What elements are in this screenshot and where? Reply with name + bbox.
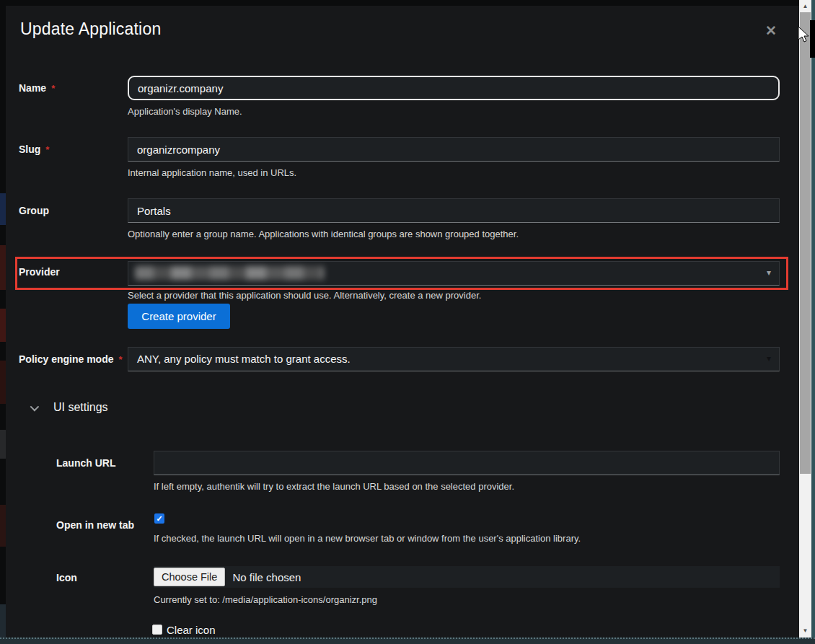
group-label: Group bbox=[19, 205, 49, 216]
slug-label: Slug* bbox=[19, 144, 49, 155]
provider-value-redacted bbox=[135, 266, 324, 280]
backdrop-fragment bbox=[0, 309, 6, 342]
group-input[interactable] bbox=[128, 198, 780, 223]
backdrop-fragment bbox=[0, 361, 6, 404]
required-asterisk: * bbox=[45, 144, 49, 155]
policy-engine-mode-select[interactable]: ANY, any policy must match to grant acce… bbox=[128, 347, 780, 371]
open-in-new-tab-label: Open in new tab bbox=[56, 519, 134, 531]
choose-file-button[interactable]: Choose File bbox=[154, 568, 225, 586]
group-help: Optionally enter a group name. Applicati… bbox=[128, 229, 519, 239]
slug-help: Internal application name, used in URLs. bbox=[128, 167, 296, 178]
chevron-down-icon bbox=[30, 402, 40, 411]
vertical-scrollbar[interactable]: ▲ ▼ bbox=[799, 0, 811, 644]
backdrop-fragment bbox=[0, 604, 6, 638]
bottom-page-band bbox=[0, 638, 815, 644]
name-input[interactable] bbox=[128, 76, 780, 100]
policy-engine-mode-label: Policy engine mode* bbox=[19, 353, 123, 365]
ui-settings-label: UI settings bbox=[53, 401, 108, 414]
icon-help: Currently set to: /media/application-ico… bbox=[154, 594, 377, 605]
name-label: Name* bbox=[19, 82, 55, 94]
backdrop-fragment bbox=[0, 245, 6, 290]
scroll-up-icon: ▲ bbox=[803, 3, 809, 9]
name-help: Application's display Name. bbox=[128, 106, 242, 117]
required-asterisk: * bbox=[51, 83, 55, 94]
scroll-down-icon: ▼ bbox=[803, 627, 809, 634]
open-in-new-tab-help: If checked, the launch URL will open in … bbox=[154, 533, 581, 544]
scrollbar-thumb[interactable] bbox=[800, 12, 811, 474]
provider-label: Provider bbox=[19, 266, 60, 278]
provider-select[interactable]: ▾ bbox=[128, 261, 780, 286]
window-right-edge-dark bbox=[810, 20, 815, 58]
close-button[interactable]: ✕ bbox=[762, 21, 780, 40]
open-in-new-tab-checkbox[interactable] bbox=[154, 513, 164, 524]
clear-icon-label: Clear icon bbox=[167, 624, 216, 636]
launch-url-label: Launch URL bbox=[56, 457, 115, 469]
close-icon: ✕ bbox=[765, 23, 777, 38]
scroll-down-button[interactable]: ▼ bbox=[799, 625, 811, 637]
window-right-edge bbox=[811, 0, 815, 644]
scroll-up-button[interactable]: ▲ bbox=[799, 0, 811, 12]
launch-url-input[interactable] bbox=[154, 451, 780, 475]
icon-file-input[interactable]: Choose File No file chosen bbox=[154, 566, 780, 588]
policy-engine-mode-value[interactable]: ANY, any policy must match to grant acce… bbox=[128, 347, 780, 371]
icon-label: Icon bbox=[56, 572, 77, 583]
backdrop-fragment bbox=[0, 193, 6, 225]
required-asterisk: * bbox=[118, 354, 122, 365]
backdrop-fragment bbox=[0, 505, 6, 547]
launch-url-help: If left empty, authentik will try to ext… bbox=[154, 481, 514, 492]
ui-settings-toggle[interactable]: UI settings bbox=[30, 401, 108, 414]
update-application-modal: Update Application ✕ Name* Application's… bbox=[6, 6, 799, 638]
provider-help: Select a provider that this application … bbox=[128, 290, 481, 301]
file-status-text: No file chosen bbox=[232, 571, 301, 583]
backdrop-fragment bbox=[0, 430, 6, 459]
slug-input[interactable] bbox=[128, 137, 780, 162]
create-provider-button[interactable]: Create provider bbox=[128, 304, 230, 329]
page-title: Update Application bbox=[20, 19, 161, 39]
clear-icon-checkbox[interactable] bbox=[152, 625, 162, 635]
